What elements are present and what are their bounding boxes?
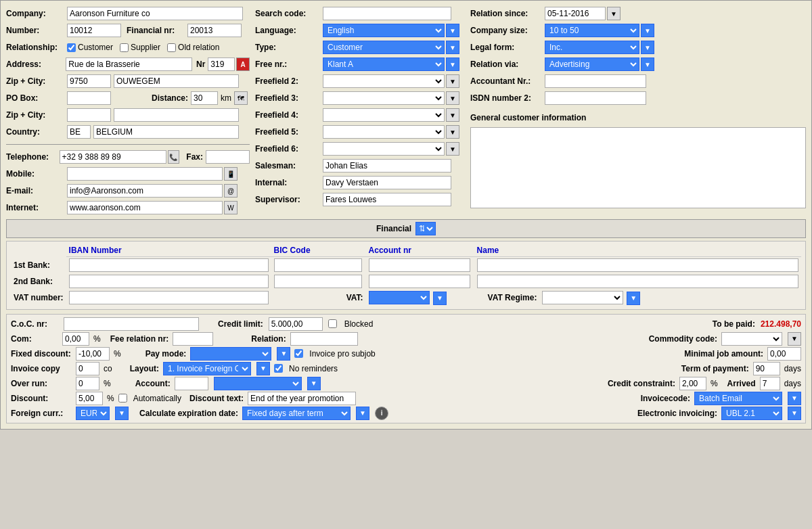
calc-expiry-select[interactable]: Fixed days after term — [242, 407, 351, 420]
name2-input[interactable] — [477, 275, 798, 288]
legal-form-arrow[interactable]: ▼ — [641, 41, 654, 54]
discount-input[interactable] — [76, 392, 103, 405]
mobile-icon[interactable]: 📱 — [224, 167, 238, 181]
no-reminders-checkbox[interactable] — [274, 364, 283, 373]
credit-limit-input[interactable] — [269, 317, 323, 331]
calc-expiry-arrow[interactable]: ▼ — [356, 407, 369, 420]
bic2-input[interactable] — [274, 275, 362, 288]
company-input[interactable] — [67, 7, 243, 20]
commodity-select[interactable] — [721, 332, 782, 346]
freefield2-arrow[interactable]: ▼ — [446, 74, 459, 88]
internet-input[interactable] — [67, 201, 223, 214]
email-icon[interactable]: @ — [224, 184, 238, 198]
country-name-input[interactable] — [93, 125, 239, 139]
electronic-invoicing-select[interactable]: UBL 2.1 — [721, 407, 782, 420]
relation-since-input[interactable] — [545, 7, 606, 20]
type-arrow[interactable]: ▼ — [446, 41, 459, 54]
over-run-input[interactable] — [76, 377, 99, 390]
language-select[interactable]: English — [323, 24, 445, 37]
account-input[interactable] — [175, 377, 208, 390]
commodity-arrow[interactable]: ▼ — [788, 332, 801, 346]
blocked-checkbox[interactable] — [328, 319, 337, 328]
name1-input[interactable] — [477, 258, 798, 272]
number-input[interactable] — [67, 24, 121, 37]
nr-input[interactable] — [208, 58, 235, 71]
po-box-input[interactable] — [67, 91, 111, 105]
supervisor-input[interactable] — [323, 193, 451, 206]
map-icon[interactable]: 🗺 — [234, 91, 248, 105]
fixed-discount-input[interactable] — [76, 347, 110, 361]
phone-icon[interactable]: 📞 — [168, 150, 180, 164]
freefield6-select[interactable] — [323, 142, 445, 156]
fax-input[interactable] — [206, 150, 250, 164]
account-select[interactable] — [214, 377, 302, 390]
invoice-pro-checkbox[interactable] — [294, 349, 303, 358]
invoicecode-arrow[interactable]: ▼ — [788, 392, 801, 405]
freefield4-select[interactable] — [323, 108, 445, 122]
freefield3-arrow[interactable]: ▼ — [446, 91, 459, 105]
company-size-arrow[interactable]: ▼ — [641, 24, 654, 37]
vat-number-input[interactable] — [69, 291, 269, 304]
minimal-job-input[interactable] — [767, 347, 801, 361]
arrived-input[interactable] — [760, 377, 780, 390]
email-input[interactable] — [67, 184, 223, 198]
mobile-input[interactable] — [67, 167, 223, 181]
account1-input[interactable] — [369, 258, 470, 272]
bic1-input[interactable] — [274, 258, 362, 272]
invoicecode-select[interactable]: Batch Email — [694, 392, 782, 405]
account2-input[interactable] — [369, 275, 470, 288]
layout-select[interactable]: 1. Invoice Foreign Cu — [163, 362, 251, 375]
search-code-input[interactable] — [323, 7, 451, 20]
layout-arrow[interactable]: ▼ — [256, 362, 270, 375]
free-nr-select[interactable]: Klant A — [323, 58, 445, 71]
coc-input[interactable] — [64, 317, 199, 331]
customer-checkbox[interactable] — [67, 43, 76, 52]
internal-input[interactable] — [323, 176, 451, 189]
language-arrow[interactable]: ▼ — [446, 24, 459, 37]
term-of-payment-input[interactable] — [753, 362, 780, 375]
supplier-checkbox[interactable] — [120, 43, 129, 52]
freefield4-arrow[interactable]: ▼ — [446, 108, 459, 122]
invoice-copy-input[interactable] — [76, 362, 99, 375]
freefield6-arrow[interactable]: ▼ — [446, 142, 459, 156]
accountant-nr-input[interactable] — [545, 74, 646, 88]
distance-input[interactable] — [191, 91, 218, 105]
country-code-input[interactable] — [67, 125, 91, 139]
vat-regime-arrow[interactable]: ▼ — [627, 292, 640, 305]
foreign-curr-arrow[interactable]: ▼ — [115, 407, 129, 420]
freefield2-select[interactable] — [323, 74, 445, 88]
financial-dropdown[interactable]: ⇅ — [415, 222, 436, 235]
financial-nr-input[interactable] — [187, 24, 242, 37]
vat-regime-select[interactable] — [542, 291, 623, 304]
freefield5-arrow[interactable]: ▼ — [446, 125, 459, 139]
vat-arrow[interactable]: ▼ — [433, 292, 447, 305]
legal-form-select[interactable]: Inc. — [545, 41, 639, 54]
old-relation-checkbox[interactable] — [167, 43, 176, 52]
telephone-input[interactable] — [60, 150, 166, 164]
type-select[interactable]: Customer — [323, 41, 445, 54]
relation-via-select[interactable]: Advertising — [545, 58, 639, 71]
free-nr-arrow[interactable]: ▼ — [446, 58, 459, 71]
foreign-curr-select[interactable]: EUR — [76, 407, 110, 420]
company-size-select[interactable]: 10 to 50 — [545, 24, 639, 37]
vat-select[interactable] — [369, 291, 430, 304]
com-input[interactable] — [62, 332, 89, 346]
account-arrow[interactable]: ▼ — [307, 377, 321, 390]
address-input[interactable] — [66, 58, 192, 71]
zip2-input[interactable] — [67, 108, 111, 122]
iban2-input[interactable] — [69, 275, 269, 288]
zip1-input[interactable] — [67, 74, 111, 88]
web-icon[interactable]: W — [224, 201, 238, 214]
freefield3-select[interactable] — [323, 91, 445, 105]
info-icon[interactable]: i — [375, 407, 388, 420]
credit-constraint-input[interactable] — [679, 377, 706, 390]
discount-text-input[interactable] — [248, 392, 356, 405]
city2-input[interactable] — [114, 108, 239, 122]
city1-input[interactable] — [114, 74, 239, 88]
salesman-input[interactable] — [323, 159, 451, 172]
pay-mode-arrow[interactable]: ▼ — [277, 347, 290, 361]
address-icon[interactable]: A — [236, 58, 250, 71]
electronic-invoicing-arrow[interactable]: ▼ — [788, 407, 801, 420]
isdn2-input[interactable] — [545, 91, 646, 105]
iban1-input[interactable] — [69, 258, 269, 272]
